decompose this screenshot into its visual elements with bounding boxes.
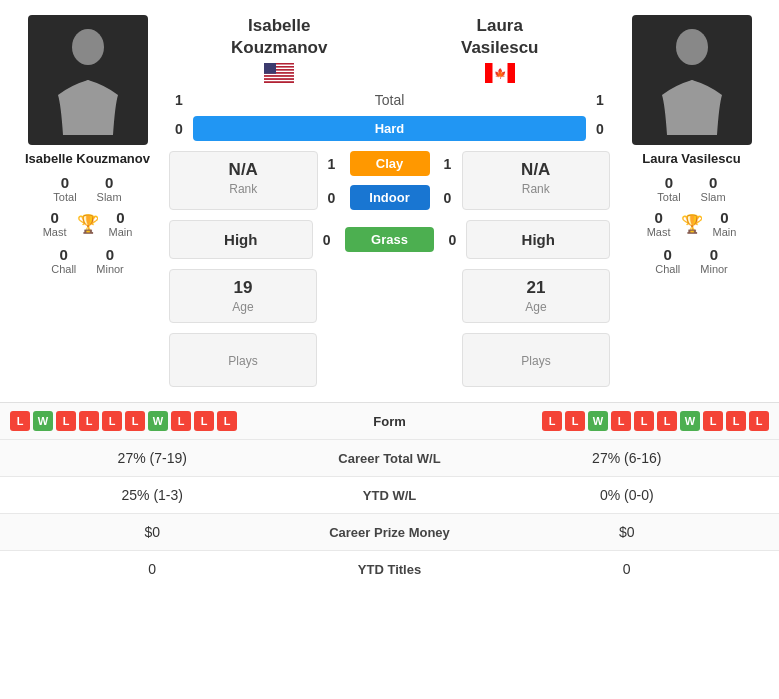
player1-stats-row3: 0 Chall 0 Minor [51, 246, 124, 275]
player1-ytd-titles: 0 [15, 561, 290, 577]
player1-minor-value: 0 [106, 246, 114, 263]
high-grass-row: High 0 Grass 0 High [169, 217, 610, 262]
player2-header-name: LauraVasilescu [461, 15, 539, 59]
form-badge: W [148, 411, 168, 431]
player2-total-stat: 0 Total [657, 174, 680, 203]
svg-text:🍁: 🍁 [494, 67, 507, 80]
player1-slam-stat: 0 Slam [97, 174, 122, 203]
player1-age-label: Age [186, 300, 300, 314]
player1-rank-box: N/A Rank [169, 151, 318, 210]
player2-stats-row3: 0 Chall 0 Minor [655, 246, 728, 275]
player1-chall-label: Chall [51, 263, 76, 275]
player2-header: LauraVasilescu 🍁 [390, 15, 611, 83]
player2-age-value: 21 [479, 278, 593, 298]
player2-prize: $0 [490, 524, 765, 540]
player2-silhouette [657, 25, 727, 135]
grass-button[interactable]: Grass [345, 227, 435, 252]
svg-rect-14 [264, 63, 276, 74]
player2-minor-value: 0 [710, 246, 718, 263]
form-badge: L [125, 411, 145, 431]
player1-chall-stat: 0 Chall [51, 246, 76, 275]
player2-ytd-wl: 0% (0-0) [490, 487, 765, 503]
player2-avatar [632, 15, 752, 145]
player2-main-label: Main [713, 226, 737, 238]
player1-career-wl: 27% (7-19) [15, 450, 290, 466]
player2-age-label: Age [479, 300, 593, 314]
player2-flag: 🍁 [485, 63, 515, 83]
svg-rect-17 [507, 63, 515, 83]
player1-stats-row1: 0 Total 0 Slam [53, 174, 121, 203]
player2-career-wl: 27% (6-16) [490, 450, 765, 466]
player1-avatar [28, 15, 148, 145]
player2-form-badges: LLWLLLWLLL [460, 411, 770, 431]
player1-flag [264, 63, 294, 83]
career-wl-label: Career Total W/L [290, 451, 490, 466]
player2-age-box: 21 Age [462, 269, 610, 323]
player2-trophy-icon: 🏆 [681, 213, 703, 235]
player1-total-stat: 0 Total [53, 174, 76, 203]
prize-label: Career Prize Money [290, 525, 490, 540]
svg-point-0 [72, 29, 104, 65]
plays-row: Plays Plays [169, 330, 610, 390]
age-row: 19 Age 21 Age [169, 266, 610, 326]
player2-main-value: 0 [720, 209, 728, 226]
hard-button[interactable]: Hard [193, 116, 586, 141]
player1-rank-value: N/A [186, 160, 301, 180]
form-badge: L [542, 411, 562, 431]
player2-plays-label: Plays [479, 354, 593, 368]
form-badge: L [611, 411, 631, 431]
player1-rank-label: Rank [186, 182, 301, 196]
player2-slam-stat: 0 Slam [701, 174, 726, 203]
svg-rect-11 [264, 79, 294, 81]
player2-main-stat: 0 Main [713, 209, 737, 238]
player1-main-value: 0 [116, 209, 124, 226]
player1-ytd-wl: 25% (1-3) [15, 487, 290, 503]
form-badge: L [634, 411, 654, 431]
svg-rect-12 [264, 80, 294, 82]
player1-prize: $0 [15, 524, 290, 540]
main-container: Isabelle Kouzmanov 0 Total 0 Slam 0 Mast… [0, 0, 779, 587]
total-score-p2: 1 [590, 92, 610, 108]
indoor-score-p1: 0 [322, 190, 342, 206]
player2-high-box: High [466, 220, 610, 259]
player1-plays-label: Plays [186, 354, 300, 368]
player1-minor-label: Minor [96, 263, 124, 275]
player1-name: Isabelle Kouzmanov [25, 151, 150, 166]
indoor-button[interactable]: Indoor [350, 185, 430, 210]
player2-mast-stat: 0 Mast [647, 209, 671, 238]
player1-form-badges: LWLLLLWLLL [10, 411, 320, 431]
svg-rect-9 [264, 75, 294, 77]
clay-score-p2: 1 [438, 156, 458, 172]
ytd-titles-label: YTD Titles [290, 562, 490, 577]
clay-grass-col: 1 Clay 1 0 Indoor 0 [322, 148, 458, 213]
form-badge: L [726, 411, 746, 431]
ytd-titles-row: 0 YTD Titles 0 [0, 550, 779, 587]
player1-card: Isabelle Kouzmanov 0 Total 0 Slam 0 Mast… [10, 15, 165, 392]
player1-silhouette [53, 25, 123, 135]
player1-total-value: 0 [61, 174, 69, 191]
player2-minor-stat: 0 Minor [700, 246, 728, 275]
form-badge: W [680, 411, 700, 431]
player2-slam-label: Slam [701, 191, 726, 203]
player2-rank-label: Rank [479, 182, 594, 196]
player1-minor-stat: 0 Minor [96, 246, 124, 275]
form-label: Form [320, 414, 460, 429]
form-badge: L [217, 411, 237, 431]
svg-point-19 [676, 29, 708, 65]
player1-header-name: IsabelleKouzmanov [231, 15, 327, 59]
player1-header: IsabelleKouzmanov [169, 15, 390, 83]
clay-score-p1: 1 [322, 156, 342, 172]
indoor-score-p2: 0 [438, 190, 458, 206]
prize-row: $0 Career Prize Money $0 [0, 513, 779, 550]
player1-mast-stat: 0 Mast [43, 209, 67, 238]
grass-score-p1: 0 [317, 232, 337, 248]
clay-button[interactable]: Clay [350, 151, 430, 176]
player2-chall-value: 0 [664, 246, 672, 263]
rank-age-row: N/A Rank 1 Clay 1 0 Indoor [169, 148, 610, 213]
player1-high-box: High [169, 220, 313, 259]
clay-row: 1 Clay 1 [322, 148, 458, 179]
player1-slam-label: Slam [97, 191, 122, 203]
player2-minor-label: Minor [700, 263, 728, 275]
form-badge: L [10, 411, 30, 431]
player2-rank-value: N/A [479, 160, 594, 180]
